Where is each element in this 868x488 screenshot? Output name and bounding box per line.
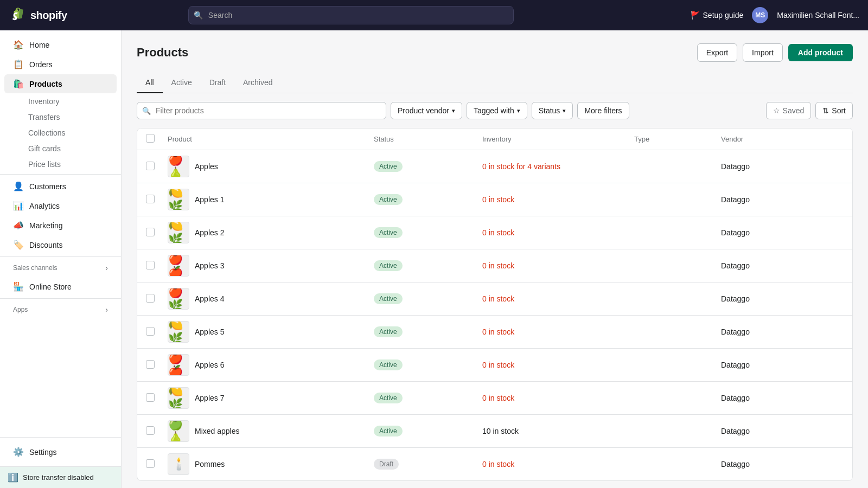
product-cell: 🍋🌿 Apples 2 [168,222,374,243]
sidebar-item-analytics[interactable]: 📊 Analytics [4,196,117,215]
sidebar-item-collections[interactable]: Collections [4,125,117,140]
vendor-column-header: Vendor [721,135,819,143]
table-row[interactable]: 🍎🍎 Apples 3 Active 0 in stock Dataggo [137,249,852,282]
vendor-cell: Dataggo [721,394,819,402]
sidebar-item-customers-label: Customers [29,182,66,191]
table-row[interactable]: 🍋🌿 Apples 5 Active 0 in stock Dataggo [137,316,852,349]
table-row[interactable]: 🍋🌿 Apples 1 Active 0 in stock Dataggo [137,183,852,216]
sort-button[interactable]: ⇅ Sort [815,102,853,119]
page-title: Products [137,46,188,60]
row-checkbox-cell [146,327,168,337]
row-checkbox[interactable] [146,426,155,435]
select-all-checkbox[interactable] [146,134,155,143]
table-row[interactable]: 🍎🍎 Apples 6 Active 0 in stock Dataggo [137,349,852,382]
row-checkbox[interactable] [146,327,155,336]
more-filters-button[interactable]: More filters [577,102,629,119]
add-product-button[interactable]: Add product [788,44,853,61]
table-row[interactable]: 🍎🍐 Apples Active 0 in stock for 4 varian… [137,150,852,183]
tagged-chevron-icon: ▾ [517,107,520,114]
home-icon: 🏠 [13,40,24,50]
sidebar-products-sub: Inventory Transfers Collections Gift car… [0,94,121,172]
table-row[interactable]: 🍎🌿 Apples 4 Active 0 in stock Dataggo [137,282,852,316]
row-checkbox[interactable] [146,162,155,170]
status-cell: Draft [374,459,482,470]
sidebar-item-apps[interactable]: Apps › [4,301,117,318]
row-checkbox[interactable] [146,195,155,203]
product-thumbnail: 🍋🌿 [168,387,189,409]
info-icon: ℹ️ [8,472,18,483]
shopify-logo-icon [9,7,26,24]
sidebar-item-price-lists[interactable]: Price lists [4,157,117,172]
sidebar-item-settings[interactable]: ⚙️ Settings [4,442,117,461]
filter-search-input[interactable] [137,102,386,119]
table-row[interactable]: 🕯️ Pommes Draft 0 in stock Dataggo [137,448,852,480]
row-checkbox[interactable] [146,459,155,468]
sidebar-item-customers[interactable]: 👤 Customers [4,177,117,196]
avatar[interactable]: MS [752,7,768,23]
inventory-text: 10 in stock [482,427,519,435]
logo[interactable]: shopify [9,7,95,24]
sidebar-item-online-store-label: Online Store [29,282,72,291]
inventory-cell: 0 in stock [482,394,634,402]
search-icon: 🔍 [194,11,203,20]
setup-guide-button[interactable]: 🚩 Setup guide [691,11,744,20]
status-cell: Active [374,426,482,436]
sidebar-item-inventory[interactable]: Inventory [4,94,117,109]
product-thumbnail: 🍋🌿 [168,321,189,343]
sidebar-item-products[interactable]: 🛍️ Products [4,74,117,93]
table-row[interactable]: 🍋🌿 Apples 2 Active 0 in stock Dataggo [137,216,852,249]
vendor-text: Dataggo [721,361,750,369]
status-badge: Active [374,161,403,172]
saved-button[interactable]: ☆ Saved [766,102,812,119]
store-transfer-banner: ℹ️ Store transfer disabled [0,466,121,488]
table-row[interactable]: 🍋🌿 Apples 7 Active 0 in stock Dataggo [137,382,852,415]
row-checkbox-cell [146,360,168,370]
tab-draft[interactable]: Draft [201,73,234,93]
filter-search[interactable]: 🔍 [137,102,386,119]
vendor-text: Dataggo [721,427,750,435]
status-badge: Active [374,293,403,304]
import-button[interactable]: Import [743,43,783,62]
product-name: Apples 7 [195,394,224,402]
row-checkbox[interactable] [146,360,155,369]
vendor-cell: Dataggo [721,361,819,369]
vendor-text: Dataggo [721,294,750,303]
sidebar-item-home[interactable]: 🏠 Home [4,35,117,54]
export-button[interactable]: Export [697,43,737,62]
sidebar-item-gift-cards[interactable]: Gift cards [4,141,117,156]
tab-all[interactable]: All [137,73,163,93]
status-filter[interactable]: Status ▾ [532,102,573,119]
sidebar-item-transfers[interactable]: Transfers [4,110,117,125]
customers-icon: 👤 [13,181,24,191]
tab-active[interactable]: Active [163,73,201,93]
sidebar-item-products-label: Products [29,80,62,88]
search-bar[interactable]: 🔍 [188,6,514,24]
table-row[interactable]: 🍏🍐 Mixed apples Active 10 in stock Datag… [137,415,852,448]
sidebar-item-orders[interactable]: 📋 Orders [4,55,117,74]
sidebar-item-online-store[interactable]: 🏪 Online Store [4,277,117,296]
inventory-text: 0 in stock [482,328,514,336]
inventory-text: 0 in stock [482,195,514,204]
status-badge: Active [374,393,403,403]
row-checkbox[interactable] [146,261,155,269]
sidebar-item-discounts[interactable]: 🏷️ Discounts [4,235,117,254]
row-checkbox[interactable] [146,228,155,236]
sidebar-item-marketing[interactable]: 📣 Marketing [4,216,117,235]
status-cell: Active [374,194,482,205]
vendor-chevron-icon: ▾ [452,107,455,114]
apps-chevron-icon: › [105,305,108,314]
row-checkbox[interactable] [146,393,155,402]
product-vendor-filter[interactable]: Product vendor ▾ [391,102,462,119]
vendor-cell: Dataggo [721,427,819,435]
product-column-header: Product [168,135,374,143]
sidebar-item-sales-channels[interactable]: Sales channels › [4,259,117,277]
vendor-cell: Dataggo [721,294,819,303]
row-checkbox[interactable] [146,294,155,303]
search-input[interactable] [188,6,514,24]
tab-archived[interactable]: Archived [234,73,281,93]
product-thumbnail: 🕯️ [168,453,189,475]
tagged-with-filter[interactable]: Tagged with ▾ [467,102,527,119]
product-name: Apples 1 [195,195,224,204]
inventory-cell: 10 in stock [482,427,634,435]
analytics-icon: 📊 [13,201,24,211]
